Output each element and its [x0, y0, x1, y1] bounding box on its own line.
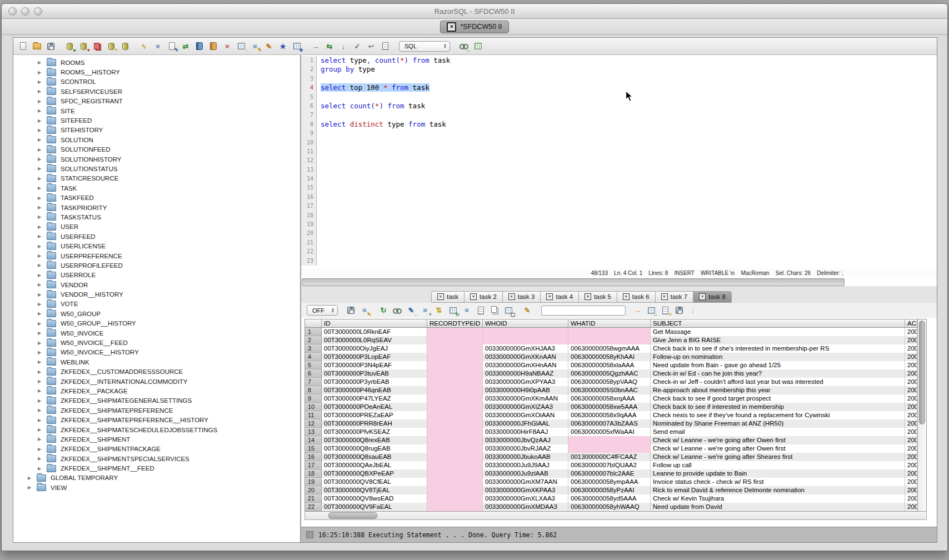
cell-recordtypeid[interactable] [427, 469, 483, 478]
cell-row-number[interactable]: 10 [305, 403, 322, 411]
tree-item-site[interactable]: ▶SITE [13, 106, 300, 116]
cell-subject[interactable]: Get Massage [651, 328, 905, 336]
disclosure-triangle-icon[interactable]: ▶ [38, 166, 43, 171]
cell-recordtypeid[interactable] [427, 353, 483, 361]
disclosure-triangle-icon[interactable]: ▶ [38, 350, 43, 355]
close-window-icon[interactable] [8, 7, 17, 16]
results-tab-task-3[interactable]: ✕task 3 [502, 291, 541, 303]
cell-id[interactable]: 00T3000000Q8rugEAB [322, 444, 427, 453]
table-row[interactable]: 300T3000000OiyJgEAJ0033000000GmXHJAA3006… [305, 344, 917, 353]
column-header-whoid[interactable]: WHOID [483, 319, 568, 328]
disclosure-triangle-icon[interactable]: ▶ [38, 437, 43, 442]
cell-recordtypeid[interactable] [427, 461, 483, 469]
reload-table-icon[interactable]: ↻ [448, 306, 458, 316]
table-row[interactable]: 1600T3000000Q8sauEAB0033000000JbukoAAB00… [305, 453, 917, 461]
commit-icon[interactable]: ✓ [352, 41, 362, 51]
table-row[interactable]: 800T3000000P46qnEAB0033000000H9i0pAAB006… [305, 386, 917, 394]
tree-item-zkfedex-shipmentspecialservices[interactable]: ▶ZKFEDEX__SHIPMENTSPECIALSERVICES [13, 454, 300, 463]
cell-whoid[interactable]: 0033000000GmXLXAA3 [483, 494, 568, 503]
cell-row-number[interactable]: 16 [305, 453, 322, 461]
cell-subject[interactable]: Check w/ Leanne - we're going after Shea… [651, 453, 905, 461]
cell-whoid[interactable]: 0033000000GmXIZAA3 [483, 403, 568, 411]
tree-item-taskfeed[interactable]: ▶TASKFEED [13, 193, 300, 202]
window-titlebar[interactable]: RazorSQL - SFDCW50 II [2, 4, 947, 19]
disclosure-triangle-icon[interactable]: ▶ [38, 447, 43, 452]
cell-id[interactable]: 00T3000000PREZaEAP [322, 411, 427, 419]
cell-ac[interactable]: 200 [905, 386, 917, 394]
cell-ac[interactable]: 200 [905, 478, 917, 486]
download-icon[interactable]: ↓ [688, 306, 698, 316]
cell-whatid[interactable] [568, 436, 651, 444]
disclosure-triangle-icon[interactable]: ▶ [38, 176, 43, 181]
column-header-subject[interactable]: SUBJECT [651, 319, 905, 328]
cell-ac[interactable]: 200 [905, 353, 917, 361]
cell-ac[interactable]: 200 [905, 336, 917, 344]
tree-item-zkfedex-shipmatescheduledjobssettings[interactable]: ▶ZKFEDEX__SHIPMATESCHEDULEDJOBSSETTINGS [13, 425, 300, 434]
cell-row-number[interactable]: 14 [305, 436, 322, 444]
disclosure-triangle-icon[interactable]: ▶ [38, 70, 43, 75]
table-row[interactable]: 1800T3000000QBXPeEAP0033000000Ju9zlAAB00… [305, 469, 917, 478]
cell-ac[interactable]: 200 [905, 344, 917, 353]
cell-ac[interactable]: 200 [905, 369, 917, 378]
cell-whatid[interactable]: 0013000000C4fFCAAZ [568, 453, 651, 461]
database-tree[interactable]: ▶ROOMS▶ROOMS__HISTORY▶SCONTROL▶SELFSERVI… [13, 55, 301, 542]
tree-item-zkfedex-shipment-feed[interactable]: ▶ZKFEDEX__SHIPMENT__FEED [13, 463, 300, 473]
cell-ac[interactable]: 200 [905, 361, 917, 369]
cell-ac[interactable]: 200 [905, 428, 917, 436]
cell-recordtypeid[interactable] [427, 378, 483, 386]
tree-item-w50-invoice[interactable]: ▶W50_INVOICE [13, 328, 300, 338]
disclosure-triangle-icon[interactable]: ▶ [38, 427, 43, 432]
cell-subject[interactable]: Invoice status check - check w/ RS first [651, 478, 905, 486]
cell-subject[interactable]: Check-in w/ Ed - can he join this year? [651, 369, 905, 378]
cell-subject[interactable]: Leanne to provide update to Bain [651, 469, 905, 478]
cell-subject[interactable]: Check w/ Kevin Tsujihara [651, 494, 905, 503]
copy-rows-icon[interactable] [490, 306, 500, 316]
cell-recordtypeid[interactable] [427, 503, 483, 511]
cell-whoid[interactable] [483, 336, 568, 344]
disclosure-triangle-icon[interactable]: ▶ [38, 224, 43, 229]
tree-item-zkfedex-shipmatepreference-history[interactable]: ▶ZKFEDEX__SHIPMATEPREFERENCE__HISTORY [13, 415, 300, 424]
translate-icon[interactable]: → [459, 41, 469, 51]
cell-recordtypeid[interactable] [427, 328, 483, 336]
tab-close-icon[interactable]: ✕ [699, 293, 706, 300]
cell-whatid[interactable]: 006300000058ypVAAQ [568, 378, 651, 386]
cell-id[interactable]: 00T3000000PfvKSEAZ [322, 428, 427, 436]
tab-close-icon[interactable]: ✕ [623, 293, 630, 300]
cell-whatid[interactable]: 006300000058x9qAAA [568, 411, 651, 419]
tree-item-vendor[interactable]: ▶VENDOR [13, 280, 300, 289]
cell-whatid[interactable]: 006300000058xw5AAA [568, 403, 651, 411]
database-icon[interactable] [120, 41, 130, 51]
close-connection-icon[interactable] [92, 41, 102, 51]
refresh-results-icon[interactable]: ↻ [378, 306, 388, 316]
cell-ac[interactable]: 200 [905, 436, 917, 444]
cell-row-number[interactable]: 12 [305, 419, 322, 428]
format-sql-icon[interactable]: ≡✎ [250, 41, 260, 51]
tree-item-staticresource[interactable]: ▶STATICRESOURCE [13, 174, 300, 183]
tree-item-taskpriority[interactable]: ▶TASKPRIORITY [13, 203, 300, 212]
tree-item-sitefeed[interactable]: ▶SITEFEED [13, 116, 300, 125]
insert-row-icon[interactable]: ≡+ [420, 306, 430, 316]
table-row[interactable]: 100T3000000L0RknEAFGet Massage200 [305, 328, 917, 336]
open-file-icon[interactable] [32, 41, 42, 51]
tab-close-icon[interactable]: ✕ [470, 293, 477, 300]
table-row[interactable]: 700T3000000P3yrbEAB0033000000GmXPYAA3006… [305, 378, 917, 386]
cell-id[interactable]: 00T3000000QV8wsEAD [322, 494, 427, 503]
cell-row-number[interactable]: 5 [305, 361, 322, 369]
cell-whoid[interactable]: 0033000000GmXKPAA3 [483, 486, 568, 494]
table-row[interactable]: 1200T3000000PRR8rEAH0033000000JFhGlAAL00… [305, 419, 917, 428]
cell-whatid[interactable]: 006300000058yd5AAA [568, 494, 651, 503]
cell-ac[interactable]: 200 [905, 419, 917, 428]
tree-item-solution[interactable]: ▶SOLUTION [13, 135, 300, 144]
disconnect-db-icon[interactable]: ● [78, 41, 88, 51]
cell-id[interactable]: 00T3000000OiyJgEAJ [322, 344, 427, 353]
view-record-icon[interactable] [392, 306, 402, 316]
disclosure-triangle-icon[interactable]: ▶ [38, 79, 43, 84]
export-results-icon[interactable]: → [646, 306, 656, 316]
cell-recordtypeid[interactable] [427, 394, 483, 403]
cell-subject[interactable]: Send email [651, 428, 905, 436]
form-view-icon[interactable] [476, 306, 486, 316]
cell-row-number[interactable]: 6 [305, 369, 322, 378]
cell-whoid[interactable]: 0033000000H9aNBAAZ [483, 369, 568, 378]
edit-cell-icon[interactable]: ✎→ [406, 306, 416, 316]
results-search-input[interactable] [541, 306, 626, 316]
